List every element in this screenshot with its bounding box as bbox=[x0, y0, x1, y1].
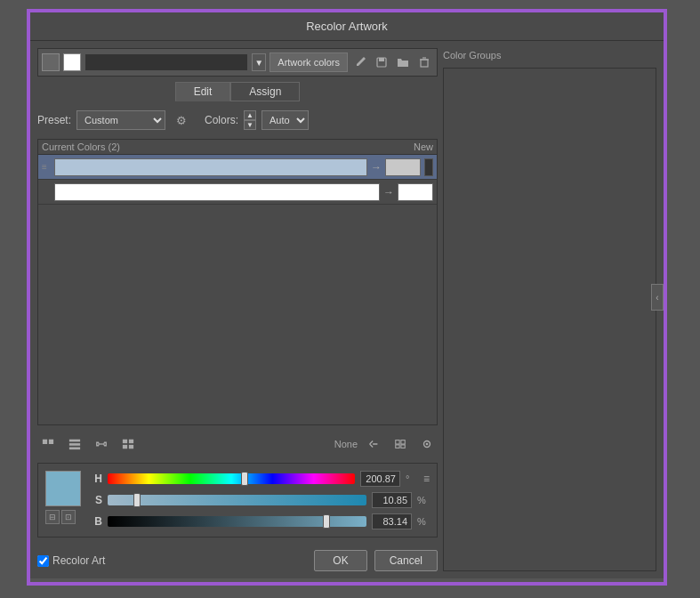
h-value-input[interactable] bbox=[360, 471, 400, 487]
svg-rect-13 bbox=[123, 445, 127, 448]
tab-edit[interactable]: Edit bbox=[175, 82, 231, 101]
b-slider-thumb[interactable] bbox=[323, 514, 330, 529]
color-table: Current Colors (2) New ≡ → bbox=[37, 139, 438, 425]
hsb-sliders: H ° ≡ S bbox=[88, 471, 430, 529]
small-icon-2[interactable]: ⊡ bbox=[61, 510, 76, 524]
dialog-title: Recolor Artwork bbox=[306, 20, 388, 33]
svg-rect-18 bbox=[401, 445, 405, 448]
h-slider-thumb[interactable] bbox=[241, 472, 248, 486]
current-swatch[interactable] bbox=[54, 183, 380, 201]
top-bar: ▼ Artwork colors bbox=[37, 48, 438, 77]
toolbar-right: None bbox=[334, 434, 438, 454]
small-icon-1[interactable]: ⊟ bbox=[45, 510, 60, 524]
b-value-input[interactable] bbox=[372, 513, 412, 529]
b-slider-row: B % bbox=[88, 513, 430, 529]
h-slider-track[interactable] bbox=[108, 473, 355, 484]
new-colors-header: New bbox=[414, 141, 433, 152]
h-slider-row: H ° ≡ bbox=[88, 471, 430, 487]
recolor-art-checkbox[interactable] bbox=[37, 555, 49, 567]
color-icon-dark[interactable] bbox=[42, 53, 60, 71]
bottom-toolbar: None bbox=[37, 431, 438, 457]
edit-assign-tabs: Edit Assign bbox=[37, 82, 438, 101]
h-label: H bbox=[88, 473, 102, 485]
arrow-symbol: → bbox=[371, 161, 382, 174]
save-group-icon[interactable] bbox=[373, 56, 390, 69]
tool-icon-1[interactable] bbox=[37, 434, 59, 454]
color-icon-light[interactable] bbox=[63, 53, 81, 71]
b-unit: % bbox=[417, 516, 430, 527]
left-panel: ▼ Artwork colors bbox=[37, 48, 438, 571]
ok-button[interactable]: OK bbox=[314, 550, 366, 571]
color-preview-box[interactable] bbox=[45, 471, 81, 506]
s-slider-track[interactable] bbox=[108, 495, 366, 505]
delete-icon[interactable] bbox=[415, 56, 433, 69]
preset-label: Preset: bbox=[37, 114, 71, 126]
preset-select[interactable]: Custom 1 Color 2 Colors 3 Colors Triad C… bbox=[76, 110, 165, 130]
svg-rect-7 bbox=[69, 440, 80, 442]
s-slider-row: S % bbox=[88, 492, 430, 508]
colors-increment[interactable]: ▲ bbox=[244, 110, 256, 120]
colors-stepper: ▲ ▼ bbox=[244, 110, 256, 130]
color-name-input[interactable] bbox=[84, 53, 248, 71]
arrow-symbol: → bbox=[383, 186, 394, 198]
preset-settings-icon[interactable]: ⚙ bbox=[171, 110, 192, 130]
title-bar: Recolor Artwork bbox=[30, 12, 664, 41]
new-swatch[interactable] bbox=[398, 183, 433, 201]
tool-icon-3[interactable] bbox=[91, 434, 112, 454]
recolor-art-checkbox-row: Recolor Art bbox=[37, 554, 105, 567]
swatch-option bbox=[424, 158, 433, 176]
artwork-colors-button[interactable]: Artwork colors bbox=[270, 53, 348, 72]
s-slider-thumb[interactable] bbox=[133, 493, 141, 507]
svg-rect-17 bbox=[396, 445, 399, 448]
recolor-art-label: Recolor Art bbox=[52, 554, 105, 567]
dialog-window: Recolor Artwork ▼ Artwork colors bbox=[27, 9, 667, 586]
dialog-content: ▼ Artwork colors bbox=[30, 41, 664, 578]
svg-rect-16 bbox=[401, 440, 405, 444]
svg-rect-5 bbox=[43, 440, 47, 444]
slider-options-icon[interactable]: ≡ bbox=[423, 473, 430, 485]
b-label: B bbox=[88, 515, 102, 528]
folder-icon[interactable] bbox=[394, 56, 412, 69]
s-value-input[interactable] bbox=[372, 492, 412, 508]
svg-rect-11 bbox=[123, 440, 127, 443]
preview-secondary: ⊟ ⊡ bbox=[45, 510, 81, 524]
svg-rect-2 bbox=[421, 60, 428, 67]
s-label: S bbox=[88, 494, 102, 506]
table-row[interactable]: → bbox=[38, 180, 437, 205]
colors-select[interactable]: Auto 1 2 3 bbox=[261, 110, 309, 130]
b-slider-track[interactable] bbox=[108, 516, 366, 527]
cancel-button[interactable]: Cancel bbox=[374, 550, 438, 571]
panel-collapse-button[interactable]: ‹ bbox=[651, 284, 664, 311]
h-unit: ° bbox=[406, 473, 418, 484]
tab-assign[interactable]: Assign bbox=[230, 82, 300, 101]
s-unit: % bbox=[417, 495, 430, 505]
svg-rect-9 bbox=[69, 448, 80, 450]
colors-label: Colors: bbox=[205, 114, 238, 126]
bottom-buttons: Recolor Art OK Cancel bbox=[37, 543, 438, 571]
svg-rect-12 bbox=[129, 440, 133, 443]
color-groups-label: Color Groups bbox=[443, 48, 656, 62]
tool-right-2[interactable] bbox=[390, 434, 411, 454]
tool-icon-4[interactable] bbox=[117, 434, 139, 454]
action-buttons: OK Cancel bbox=[314, 550, 438, 571]
current-colors-header: Current Colors (2) bbox=[42, 141, 120, 152]
color-dropdown-arrow[interactable]: ▼ bbox=[252, 53, 266, 71]
new-swatch[interactable] bbox=[385, 158, 421, 176]
current-swatch[interactable] bbox=[54, 158, 367, 176]
tool-right-3[interactable] bbox=[416, 434, 438, 454]
right-panel: Color Groups bbox=[443, 48, 656, 571]
svg-rect-6 bbox=[49, 440, 53, 444]
table-row[interactable]: ≡ → bbox=[38, 155, 437, 180]
svg-rect-14 bbox=[129, 445, 133, 448]
preset-row: Preset: Custom 1 Color 2 Colors 3 Colors… bbox=[37, 107, 438, 133]
colors-decrement[interactable]: ▼ bbox=[244, 120, 256, 130]
tool-icon-2[interactable] bbox=[64, 434, 85, 454]
color-table-header: Current Colors (2) New bbox=[38, 140, 437, 155]
sliders-wrapper: ⊟ ⊡ H ° ≡ bbox=[45, 471, 430, 529]
tool-right-1[interactable] bbox=[363, 434, 384, 454]
svg-point-20 bbox=[426, 443, 429, 446]
none-label: None bbox=[334, 439, 358, 449]
svg-rect-1 bbox=[379, 58, 384, 61]
eyedropper-icon[interactable] bbox=[351, 56, 369, 69]
color-preview-area: ⊟ ⊡ bbox=[45, 471, 81, 524]
